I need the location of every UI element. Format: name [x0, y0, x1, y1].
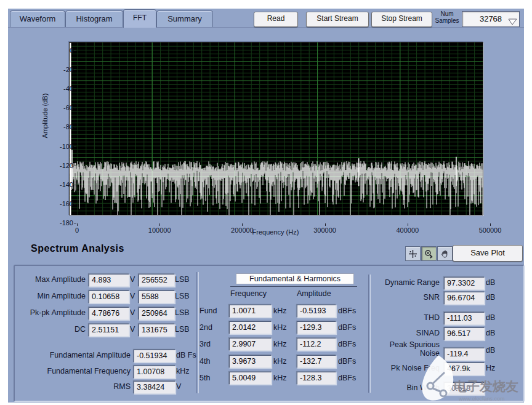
max-amplitude-lsb[interactable]: 256552	[139, 274, 175, 287]
tab-summary[interactable]: Summary	[156, 10, 213, 27]
rms-value[interactable]: 3.38424	[134, 381, 175, 394]
dc-lsb-unit: LSB	[175, 325, 190, 334]
peak-spurious-noise-unit: dB	[486, 346, 495, 355]
x-tick-mark	[159, 223, 160, 226]
harmonic5-frequency[interactable]: 5.0049	[229, 372, 272, 385]
dc-volts[interactable]: 2.51151	[89, 324, 129, 337]
fundamental-amplitude-value[interactable]: -0.51934	[134, 350, 175, 363]
tab-bar: Waveform Histogram FFT Summary Read Star…	[8, 9, 524, 28]
y-tick-mark	[74, 166, 76, 166]
x-tick-mark	[490, 223, 491, 226]
dc-label: DC	[15, 325, 86, 334]
dropdown-arrow-icon	[508, 18, 518, 26]
min-amplitude-volt-unit: V	[130, 292, 135, 300]
min-amplitude-lsb[interactable]: 5588	[139, 291, 175, 303]
graph-palette	[405, 246, 453, 260]
harmonic4-frequency-unit: kHz	[273, 357, 287, 366]
num-samples-value: 32768	[480, 14, 502, 23]
fundamental-frequency-value[interactable]: 1.00708	[134, 366, 175, 379]
elecfans-leaf-logo	[420, 354, 458, 403]
min-amplitude-label: Min Amplitude	[15, 292, 86, 300]
fundamental-amplitude-unit: dB Fs	[176, 351, 196, 359]
harmonic5-frequency-unit: kHz	[273, 374, 287, 382]
tab-baseline	[8, 27, 524, 28]
pkpk-amplitude-volts[interactable]: 4.78676	[89, 307, 129, 320]
dc-lsb[interactable]: 131675	[139, 324, 175, 337]
y-tick-mark	[74, 185, 76, 185]
num-samples-label: Num Samples	[433, 10, 461, 24]
y-tick-label: 0	[49, 47, 73, 54]
harmonic3-amplitude-unit: dBFs	[338, 340, 356, 348]
rms-label: RMS	[15, 382, 131, 391]
max-amplitude-volts[interactable]: 4.893	[89, 274, 129, 287]
tab-waveform[interactable]: Waveform	[10, 10, 65, 27]
harmonic2-amplitude-unit: dBFs	[338, 323, 356, 332]
zoom-magnifier-icon[interactable]	[421, 246, 437, 261]
thd-value[interactable]: -111.03	[444, 312, 485, 325]
y-tick-mark	[74, 50, 76, 51]
harmonic2-amplitude[interactable]: -129.3	[297, 321, 336, 334]
max-amplitude-label: Max Amplitude	[15, 275, 86, 284]
fund-amplitude-unit: dBFs	[338, 307, 356, 315]
stop-stream-button[interactable]: Stop Stream	[371, 12, 432, 27]
num-samples-dropdown[interactable]: 32768	[462, 11, 520, 27]
dynamic-range-value[interactable]: 97.3302	[444, 277, 485, 290]
harmonic-row-label: Fund	[200, 307, 224, 315]
pan-hand-icon[interactable]	[437, 246, 453, 261]
tab-fft[interactable]: FFT	[123, 9, 156, 28]
fundamental-frequency-label: Fundamental Frequency	[15, 367, 131, 375]
y-tick-mark	[74, 223, 76, 223]
harmonic3-frequency-unit: kHz	[273, 340, 287, 348]
y-tick-label: -20	[49, 66, 73, 73]
y-tick-mark	[74, 108, 76, 108]
harmonic3-amplitude[interactable]: -112.2	[297, 338, 336, 351]
harmonic2-frequency[interactable]: 2.0142	[229, 321, 272, 334]
pkpk-amplitude-lsb[interactable]: 250964	[139, 307, 175, 320]
tab-histogram[interactable]: Histogram	[65, 10, 123, 27]
panel-divider-left	[196, 272, 199, 393]
y-tick-mark	[74, 70, 76, 70]
cursor-crosshair-icon[interactable]	[405, 246, 421, 261]
max-amplitude-lsb-unit: LSB	[175, 275, 190, 284]
snr-label: SNR	[371, 293, 440, 302]
y-tick-mark	[74, 204, 76, 204]
rms-unit: V	[176, 382, 181, 391]
fft-analyzer-window: Waveform Histogram FFT Summary Read Star…	[8, 9, 524, 403]
y-tick-label: -160	[49, 200, 73, 207]
x-tick-mark	[242, 223, 243, 226]
save-plot-button[interactable]: Save Plot	[453, 245, 523, 262]
fundamental-frequency-unit: kHz	[176, 367, 190, 375]
x-tick-mark	[325, 223, 326, 226]
section-title: Spectrum Analysis	[31, 243, 124, 254]
snr-value[interactable]: 96.6704	[444, 292, 485, 305]
y-tick-mark	[74, 127, 76, 127]
fundamental-amplitude-label: Fundamental Amplitude	[15, 351, 131, 359]
sinad-value[interactable]: 96.517	[444, 327, 485, 340]
x-axis-title: Frequency (Hz)	[69, 228, 482, 236]
y-tick-label: -40	[49, 85, 73, 92]
harmonic4-frequency[interactable]: 3.9673	[229, 355, 272, 368]
dynamic-range-label: Dynamic Range	[371, 278, 440, 287]
y-tick-mark	[74, 89, 76, 89]
pk-noise-freq-unit: Hz	[486, 364, 495, 372]
fund-amplitude[interactable]: -0.5193	[297, 305, 336, 318]
min-amplitude-volts[interactable]: 0.10658	[89, 291, 129, 303]
min-amplitude-lsb-unit: LSB	[175, 292, 190, 300]
fft-plot[interactable]	[69, 42, 483, 215]
y-tick-label: -100	[49, 143, 73, 150]
harmonic5-amplitude[interactable]: -128.3	[297, 372, 336, 385]
sinad-label: SINAD	[371, 329, 440, 337]
pkpk-amplitude-label: Pk-pk Amplitude	[15, 308, 86, 317]
harmonic3-frequency[interactable]: 2.9907	[229, 338, 272, 351]
start-stream-button[interactable]: Start Stream	[306, 12, 369, 27]
harmonic-row-label: 2nd	[200, 323, 224, 332]
thd-label: THD	[371, 313, 440, 322]
pkpk-amplitude-volt-unit: V	[130, 308, 135, 317]
harmonic4-amplitude-unit: dBFs	[338, 357, 356, 366]
max-amplitude-volt-unit: V	[130, 275, 135, 284]
fund-frequency[interactable]: 1.0071	[229, 305, 272, 318]
harmonic4-amplitude[interactable]: -132.7	[297, 355, 336, 368]
read-button[interactable]: Read	[254, 12, 298, 27]
dynamic-range-unit: dB	[486, 278, 495, 287]
thd-unit: dB	[486, 313, 495, 322]
